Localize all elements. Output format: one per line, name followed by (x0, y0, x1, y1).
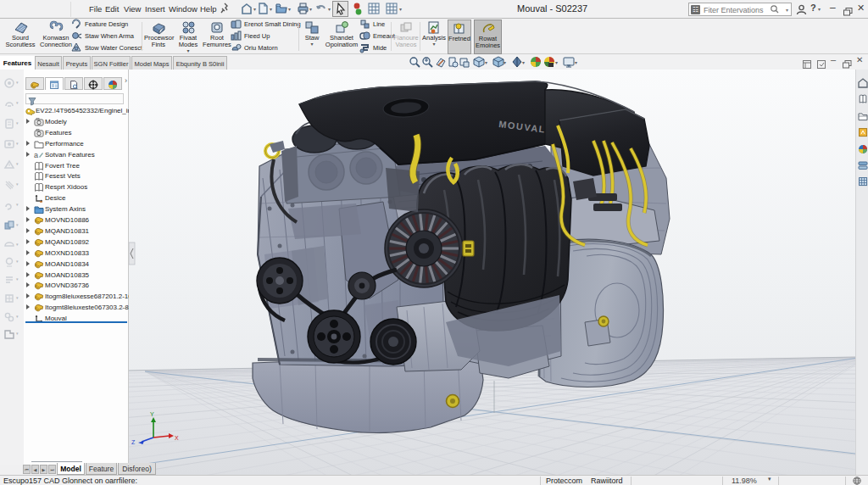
svg-text:Y: Y (150, 411, 154, 417)
svg-text:a: a (34, 151, 38, 159)
svg-text:X: X (175, 435, 179, 441)
svg-text:Z: Z (131, 439, 136, 445)
